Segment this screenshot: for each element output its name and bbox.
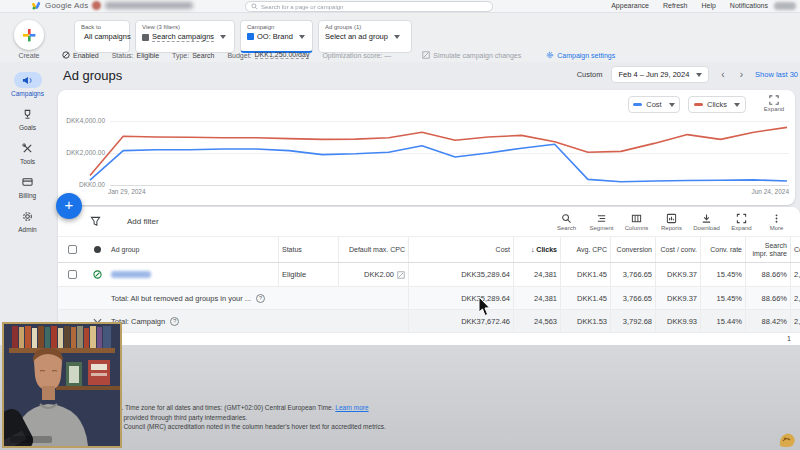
status-field: Status: Eligible	[112, 52, 159, 59]
header-avg-cpc[interactable]: Avg. CPC	[560, 237, 610, 262]
row-checkbox[interactable]	[68, 270, 77, 279]
tools-icon	[22, 143, 33, 154]
columns-tool-button[interactable]: Columns	[619, 213, 654, 231]
sidebar-item-goals[interactable]: Goals	[0, 106, 55, 131]
select-all-checkbox[interactable]	[68, 245, 77, 254]
table-row-adgroup[interactable]: Eligible DKK2.00 DKK35,289.64 24,381 DKK…	[58, 263, 800, 287]
header-conv-rate[interactable]: Conv. rate	[700, 237, 745, 262]
enabled-label: Enabled	[73, 52, 99, 59]
table-tools: Search Segment Columns Reports Download	[549, 213, 800, 231]
select-adgroup-label: Select an ad group	[325, 32, 388, 41]
optimization-score: Optimization score: —	[322, 52, 391, 59]
pagination-bar[interactable]: 1	[58, 333, 800, 344]
mouse-cursor	[478, 296, 493, 317]
webcam-watermark	[10, 436, 52, 443]
enabled-status[interactable]: Enabled	[62, 51, 99, 59]
segment-tool-button[interactable]: Segment	[584, 213, 619, 231]
sidebar-item-tools[interactable]: Tools	[0, 140, 55, 165]
cell-conv-rate: 15.44%	[700, 310, 745, 332]
cell-truncated: 2,09	[790, 287, 800, 309]
campaign-status-bar: Enabled Status: Eligible Type: Search Bu…	[62, 48, 800, 62]
cell-max-cpc[interactable]: DKK2.00	[338, 263, 408, 286]
budget-value[interactable]: DKK1,250.00/day	[255, 51, 310, 59]
help-menu-item[interactable]: Help	[701, 2, 715, 9]
search-campaigns-icon	[142, 34, 149, 41]
cell-cost: DKK35,289.64	[408, 287, 513, 309]
header-status[interactable]: Status	[278, 237, 338, 262]
page-title: Ad groups	[63, 68, 122, 83]
campaign-caption: Campaign	[247, 24, 306, 30]
notifications-menu-item[interactable]: Notifications	[730, 2, 768, 9]
show-last-link[interactable]: Show last 30	[755, 70, 798, 79]
adgroups-table-card: Add filter Search Segment Columns Report…	[58, 207, 800, 345]
sidebar-item-billing[interactable]: Billing	[0, 174, 55, 199]
logo-row: Google Ads	[32, 1, 193, 10]
google-ads-screen: Google Ads Search for a page or campaign…	[0, 0, 800, 450]
line-chart[interactable]	[58, 90, 795, 205]
help-icon[interactable]: ?	[256, 294, 265, 303]
header-default-max-cpc[interactable]: Default max. CPC	[338, 237, 408, 262]
cell-conversion: 3,766.65	[610, 263, 655, 286]
global-search-input[interactable]: Search for a page or campaign	[245, 1, 493, 12]
footer-line-timezone: e. Time zone for all dates and times: (G…	[118, 403, 386, 413]
account-name-redacted	[105, 2, 193, 9]
search-placeholder: Search for a page or campaign	[261, 4, 343, 10]
status-dot-header	[94, 246, 101, 253]
edit-icon[interactable]	[397, 271, 405, 279]
sidebar-item-campaigns[interactable]: Campaigns	[0, 72, 55, 97]
search-tool-button[interactable]: Search	[549, 213, 584, 231]
budget-field[interactable]: Budget: DKK1,250.00/day	[227, 51, 309, 59]
enabled-icon	[62, 51, 70, 59]
learn-more-link[interactable]: Learn more	[335, 404, 368, 411]
header-cost[interactable]: Cost	[408, 237, 513, 262]
download-tool-button[interactable]: Download	[689, 213, 724, 231]
header-cost-conv[interactable]: Cost / conv.	[655, 237, 700, 262]
create-button[interactable]	[14, 20, 44, 50]
topbar-redacted-chip	[774, 2, 796, 10]
cell-clicks: 24,563	[513, 310, 560, 332]
simulate-label: Simulate campaign changes	[433, 52, 521, 59]
more-vertical-icon	[771, 213, 782, 224]
status-value: Eligible	[137, 52, 160, 59]
reports-icon	[666, 213, 677, 224]
date-next-button[interactable]: ›	[737, 69, 746, 80]
megaphone-icon	[22, 75, 33, 85]
more-tool-button[interactable]: More	[759, 213, 794, 231]
cell-truncated: 2,10	[790, 310, 800, 332]
add-adgroup-fab[interactable]: +	[56, 193, 82, 219]
expand-icon	[736, 213, 747, 224]
expand-tool-button[interactable]: Expand	[724, 213, 759, 231]
pagination-value: 1	[787, 335, 791, 342]
cell-conv-rate: 15.45%	[700, 287, 745, 309]
sidebar-item-admin[interactable]: Admin	[0, 208, 55, 233]
date-prev-button[interactable]: ‹	[718, 69, 727, 80]
appearance-menu-item[interactable]: Appearance	[611, 2, 649, 9]
chevron-down-icon	[696, 73, 702, 77]
filter-funnel-icon[interactable]	[90, 216, 101, 227]
date-range-picker[interactable]: Feb 4 – Jun 29, 2024	[611, 66, 709, 83]
cell-cost-conv: DKK9.93	[655, 310, 700, 332]
adgroup-name-redacted[interactable]	[111, 271, 151, 278]
gear-icon	[546, 51, 554, 59]
campaign-settings-link[interactable]: Campaign settings	[546, 51, 615, 59]
refresh-menu-item[interactable]: Refresh	[663, 2, 688, 9]
header-clicks-sorted[interactable]: ↓ Clicks	[513, 237, 560, 262]
cell-conversion: 3,792.68	[610, 310, 655, 332]
header-ad-group[interactable]: Ad group	[108, 237, 278, 262]
account-avatar[interactable]	[92, 1, 101, 10]
footer-disclaimers: e. Time zone for all dates and times: (G…	[118, 403, 386, 432]
add-filter-button[interactable]: Add filter	[127, 217, 159, 226]
segment-icon	[596, 213, 607, 224]
header-search-impr-share[interactable]: Search impr. share	[745, 237, 790, 262]
table-header-row: Ad group Status Default max. CPC Cost ↓ …	[58, 237, 800, 263]
reports-tool-button[interactable]: Reports	[654, 213, 689, 231]
header-conversion[interactable]: Conversion	[610, 237, 655, 262]
help-icon[interactable]: ?	[170, 317, 179, 326]
download-icon	[701, 213, 712, 224]
header-truncated[interactable]: Con	[790, 237, 800, 262]
chevron-down-icon	[220, 35, 226, 39]
gear-icon	[22, 211, 33, 222]
cell-cost: DKK35,289.64	[408, 263, 513, 286]
create-label: Create	[0, 52, 58, 59]
campaign-icon	[247, 33, 254, 40]
